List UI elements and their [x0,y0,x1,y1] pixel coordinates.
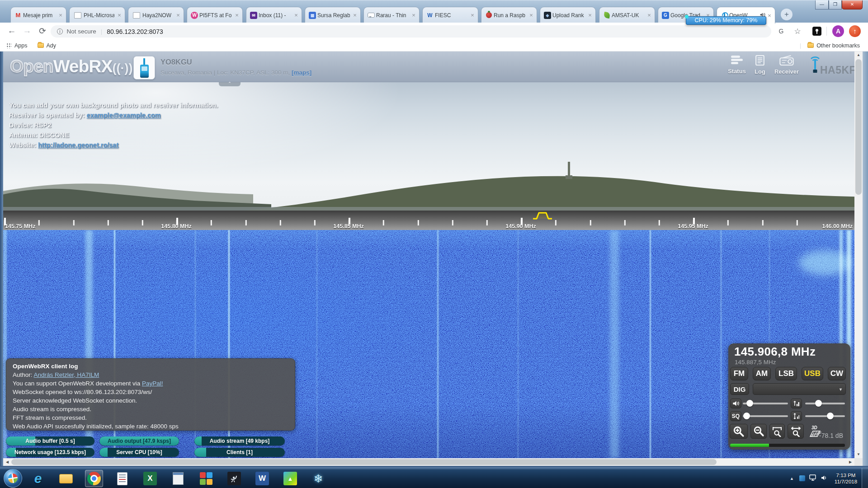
browser-tab-rarau[interactable]: Rarau - Thin× [363,7,420,23]
taskbar-clock[interactable]: 7:13 PM 11/7/2018 [830,472,862,485]
start-button[interactable] [4,469,22,488]
tab-close-icon[interactable]: × [410,12,417,19]
other-bookmarks[interactable]: Other bookmarks [816,42,860,49]
tab-close-icon[interactable]: × [292,12,300,19]
bookmark-star-icon[interactable]: ☆ [792,27,803,36]
bookmark-folder-ady[interactable]: Ady [47,42,57,49]
vertical-scrollbar[interactable]: ▲ ▼ [854,52,863,458]
tab-close-icon[interactable]: × [116,12,123,19]
taskbar-notepad-icon[interactable] [169,470,187,487]
tab-close-icon[interactable]: × [586,12,594,19]
tab-close-icon[interactable]: × [57,12,64,19]
tray-network-icon[interactable] [809,474,816,483]
browser-tab-amsat[interactable]: AMSAT-UK× [599,7,655,23]
browser-tab-sursa[interactable]: ▦Sursa Reglab× [305,7,361,23]
nav-receiver[interactable]: Receiver [774,55,800,75]
taskbar-photos-icon[interactable]: ▲ [281,470,299,487]
browser-tab-phl[interactable]: PHL-Microsa× [69,7,125,23]
tray-volume-icon[interactable] [821,474,827,483]
forward-icon[interactable]: → [22,26,33,36]
waterfall-min-slider-thumb[interactable] [827,413,834,419]
taskbar-word-icon[interactable]: W [253,470,271,487]
nav-log[interactable]: Log [747,55,773,75]
taskbar-folder-icon[interactable] [57,470,75,487]
browser-tab-inbox[interactable]: ✉Inbox (11) -× [246,7,302,23]
zoom-out-button[interactable] [750,424,767,439]
info-icon[interactable]: ⓘ [57,28,63,36]
taskbar-media-icon[interactable] [197,470,215,487]
taskbar-wordpad-icon[interactable] [113,470,131,487]
browser-tab-upload[interactable]: ◆Upload Rank× [540,7,596,23]
frequency-scale[interactable]: 145.75 MHz 145.80 MHz 145.85 MHz 145.90 … [3,211,854,230]
mode-usb-button[interactable]: USB [802,367,823,380]
profile-avatar[interactable]: A [832,25,844,37]
taskbar-ie-icon[interactable]: e [29,470,47,487]
browser-tab-haya2now[interactable]: Haya2NOW× [128,7,184,23]
reload-icon[interactable]: ⟳ [37,26,48,36]
tab-close-icon[interactable]: × [351,12,359,19]
waterfall-max-button[interactable] [791,399,802,408]
tray-app-icon[interactable] [799,475,805,481]
apps-grid-icon[interactable] [6,43,12,48]
digital-mode-select[interactable]: ▾ [753,383,846,395]
tab-close-icon[interactable]: × [233,12,241,19]
mode-am-button[interactable]: AM [753,367,771,380]
nav-status[interactable]: Status [724,55,750,75]
tuning-passband-marker[interactable] [533,211,552,220]
hidden-icons-chevron[interactable]: ▲ [790,476,794,481]
browser-tab-fiesc[interactable]: WFIESC× [422,7,478,23]
zoom-full-button[interactable] [788,424,804,439]
translate-toolbar-icon[interactable]: G [776,28,787,35]
maps-link[interactable]: [maps] [292,69,311,76]
tab-close-icon[interactable]: × [175,12,182,19]
scrollbar-thumb[interactable] [855,59,862,195]
browser-tab-pi5fts[interactable]: WPI5FTS at Fo× [187,7,243,23]
horizontal-scrollbar[interactable]: ◀ ▶ [3,458,854,466]
waterfall-max-slider[interactable] [805,403,845,404]
security-label[interactable]: Not secure [67,28,96,35]
scroll-left-arrow[interactable]: ◀ [5,460,10,464]
minimize-button[interactable]: — [815,0,829,9]
taskbar-snowflake-icon[interactable]: ❄ [309,470,327,487]
mute-button[interactable] [730,399,741,408]
browser-tab-raspberry[interactable]: Run a Raspb× [481,7,537,23]
tuned-frequency[interactable]: 145.906,8 MHz [734,345,816,359]
taskbar-sat-tracker-icon[interactable] [225,470,243,487]
author-link[interactable]: András Retzler, HA7ILM [34,371,99,378]
scroll-right-arrow[interactable]: ▶ [848,460,853,464]
waterfall-min-slider[interactable] [805,415,845,417]
back-icon[interactable]: ← [6,26,17,36]
volume-slider-thumb[interactable] [746,400,753,407]
squelch-slider-thumb[interactable] [743,413,750,419]
browser-update-icon[interactable]: ↑ [849,25,861,37]
new-tab-button[interactable]: + [781,9,793,20]
url-text[interactable]: 80.96.123.202:8073 [107,28,163,35]
waterfall-max-slider-thumb[interactable] [815,400,822,407]
taskbar-chrome-icon[interactable] [85,470,103,487]
mode-fm-button[interactable]: FM [730,367,748,380]
waterfall-auto-button[interactable] [791,411,802,421]
scroll-down-arrow[interactable]: ▼ [854,452,863,456]
apps-label[interactable]: Apps [14,42,28,49]
tab-close-icon[interactable]: × [646,12,653,19]
maximize-button[interactable]: ❐ [829,0,842,9]
scrollbar-thumb[interactable] [11,459,717,465]
extension-icon[interactable] [812,27,821,36]
tab-close-icon[interactable]: × [528,12,535,19]
paypal-link[interactable]: PayPal! [142,380,163,387]
close-button[interactable]: ✕ [842,0,863,9]
zoom-in-button[interactable] [730,424,748,439]
hide-photo-chevron[interactable]: ⌃ [219,82,241,86]
zoom-selection-button[interactable] [769,424,785,439]
tab-close-icon[interactable]: × [469,12,476,19]
tab-close-icon[interactable]: × [766,12,773,19]
mode-cw-button[interactable]: CW [828,367,846,380]
address-bar[interactable]: ⓘ Not secure | 80.96.123.202:8073 [51,25,771,38]
browser-tab-gmail[interactable]: MMesaje prim× [10,7,66,23]
show-desktop-button[interactable] [862,468,868,488]
taskbar-excel-icon[interactable]: X [141,470,159,487]
mode-dig-button[interactable]: DIG [730,383,749,395]
squelch-button[interactable]: SQ [730,411,741,421]
scroll-up-arrow[interactable]: ▲ [854,53,863,57]
mode-lsb-button[interactable]: LSB [775,367,797,380]
